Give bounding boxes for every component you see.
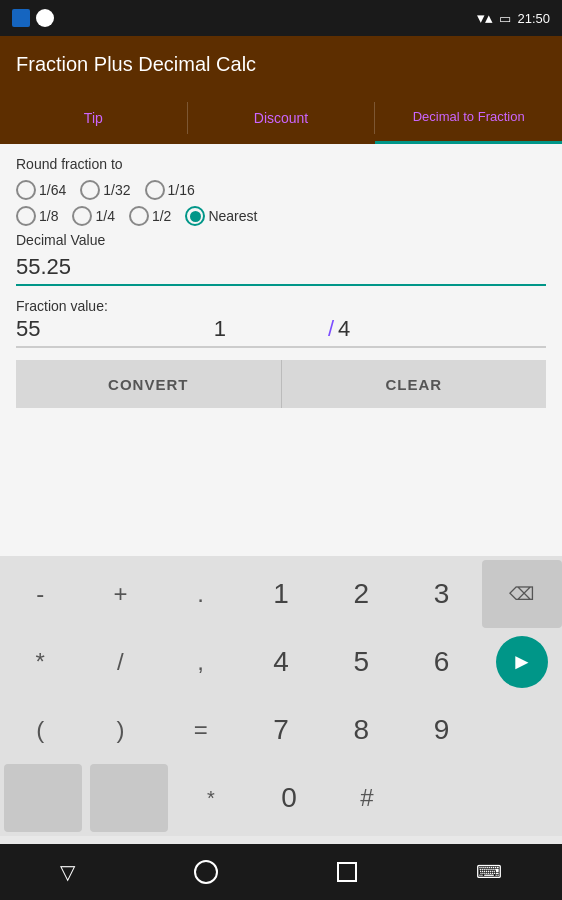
fraction-slash: / [324, 316, 338, 342]
keyboard-row-2: * / , 4 5 6 ► [0, 628, 562, 696]
tab-discount-label: Discount [254, 110, 308, 126]
app-title: Fraction Plus Decimal Calc [16, 53, 256, 76]
radio-item-1-16[interactable]: 1/16 [145, 180, 195, 200]
tabs-container: Tip Discount Decimal to Fraction [0, 92, 562, 144]
radio-circle-1-64[interactable] [16, 180, 36, 200]
key-blank-1 [4, 764, 82, 832]
fraction-denominator: 4 [338, 316, 546, 342]
radio-item-1-32[interactable]: 1/32 [80, 180, 130, 200]
key-4[interactable]: 4 [241, 628, 321, 696]
nav-bar: ▽ ⌨ [0, 844, 562, 900]
battery-icon: ▭ [499, 11, 511, 26]
key-empty-3 [484, 764, 562, 832]
key-plus[interactable]: + [80, 560, 160, 628]
radio-item-1-8[interactable]: 1/8 [16, 206, 58, 226]
decimal-section: Decimal Value [16, 232, 546, 286]
key-multiply-2[interactable]: * [172, 764, 250, 832]
tab-decimal-label: Decimal to Fraction [413, 109, 525, 125]
radio-circle-1-2[interactable] [129, 206, 149, 226]
key-open-paren[interactable]: ( [0, 696, 80, 764]
round-fraction-label: Round fraction to [16, 156, 546, 172]
radio-item-nearest[interactable]: Nearest [185, 206, 257, 226]
radio-circle-1-4[interactable] [72, 206, 92, 226]
status-time: 21:50 [517, 11, 550, 26]
key-backspace[interactable]: ⌫ [482, 560, 562, 628]
keyboard-row-3: ( ) = 7 8 9 [0, 696, 562, 764]
key-multiply[interactable]: * [0, 628, 80, 696]
key-close-paren[interactable]: ) [80, 696, 160, 764]
decimal-input[interactable] [16, 250, 546, 286]
keyboard: - + . 1 2 3 ⌫ * / , 4 5 6 ► ( ) = 7 8 9 … [0, 556, 562, 836]
fraction-row: 55 1 / 4 [16, 316, 546, 348]
status-bar-right: ▾▴ ▭ 21:50 [477, 9, 550, 27]
radio-item-1-2[interactable]: 1/2 [129, 206, 171, 226]
tab-decimal-to-fraction[interactable]: Decimal to Fraction [375, 92, 562, 144]
radio-item-1-4[interactable]: 1/4 [72, 206, 114, 226]
clear-button[interactable]: CLEAR [282, 360, 547, 408]
key-5[interactable]: 5 [321, 628, 401, 696]
key-2[interactable]: 2 [321, 560, 401, 628]
radio-label-1-4: 1/4 [95, 208, 114, 224]
key-1[interactable]: 1 [241, 560, 321, 628]
app-icon-2 [36, 9, 54, 27]
key-7[interactable]: 7 [241, 696, 321, 764]
status-bar-left [12, 9, 54, 27]
key-dot[interactable]: . [161, 560, 241, 628]
key-6[interactable]: 6 [401, 628, 481, 696]
nav-keyboard-icon[interactable]: ⌨ [476, 861, 502, 883]
key-3[interactable]: 3 [401, 560, 481, 628]
title-bar: Fraction Plus Decimal Calc [0, 36, 562, 92]
key-blank-2 [90, 764, 168, 832]
radio-label-1-8: 1/8 [39, 208, 58, 224]
fraction-numerator: 1 [116, 316, 324, 342]
nav-back-icon[interactable]: ▽ [60, 860, 75, 884]
keyboard-row-1: - + . 1 2 3 ⌫ [0, 560, 562, 628]
key-next-wrapper: ► [482, 636, 562, 688]
radio-label-1-64: 1/64 [39, 182, 66, 198]
action-buttons: CONVERT CLEAR [16, 360, 546, 408]
key-empty-1 [482, 696, 562, 764]
key-minus[interactable]: - [0, 560, 80, 628]
keyboard-row-4: * 0 # [0, 764, 562, 832]
key-next-button[interactable]: ► [496, 636, 548, 688]
radio-item-1-64[interactable]: 1/64 [16, 180, 66, 200]
key-0[interactable]: 0 [250, 764, 328, 832]
radio-circle-nearest[interactable] [185, 206, 205, 226]
status-bar: ▾▴ ▭ 21:50 [0, 0, 562, 36]
key-8[interactable]: 8 [321, 696, 401, 764]
tab-tip[interactable]: Tip [0, 92, 187, 144]
radio-label-1-32: 1/32 [103, 182, 130, 198]
radio-row-2: 1/8 1/4 1/2 Nearest [16, 206, 546, 226]
key-9[interactable]: 9 [401, 696, 481, 764]
radio-label-nearest: Nearest [208, 208, 257, 224]
tab-discount[interactable]: Discount [188, 92, 375, 144]
content-spacer [0, 416, 562, 556]
radio-circle-1-16[interactable] [145, 180, 165, 200]
radio-circle-1-32[interactable] [80, 180, 100, 200]
key-hash[interactable]: # [328, 764, 406, 832]
radio-row-1: 1/64 1/32 1/16 [16, 180, 546, 200]
key-comma[interactable]: , [161, 628, 241, 696]
radio-circle-1-8[interactable] [16, 206, 36, 226]
fraction-value-label: Fraction value: [16, 298, 546, 314]
app-icon-1 [12, 9, 30, 27]
fraction-whole: 55 [16, 316, 116, 342]
tab-tip-label: Tip [84, 110, 103, 126]
wifi-icon: ▾▴ [477, 9, 493, 27]
radio-label-1-2: 1/2 [152, 208, 171, 224]
radio-label-1-16: 1/16 [168, 182, 195, 198]
key-empty-2 [406, 764, 484, 832]
content-area: Round fraction to 1/64 1/32 1/16 1/8 1/4… [0, 144, 562, 416]
nav-home-icon[interactable] [194, 860, 218, 884]
key-divide[interactable]: / [80, 628, 160, 696]
decimal-value-label: Decimal Value [16, 232, 546, 248]
convert-button[interactable]: CONVERT [16, 360, 282, 408]
key-equals[interactable]: = [161, 696, 241, 764]
nav-recent-icon[interactable] [337, 862, 357, 882]
